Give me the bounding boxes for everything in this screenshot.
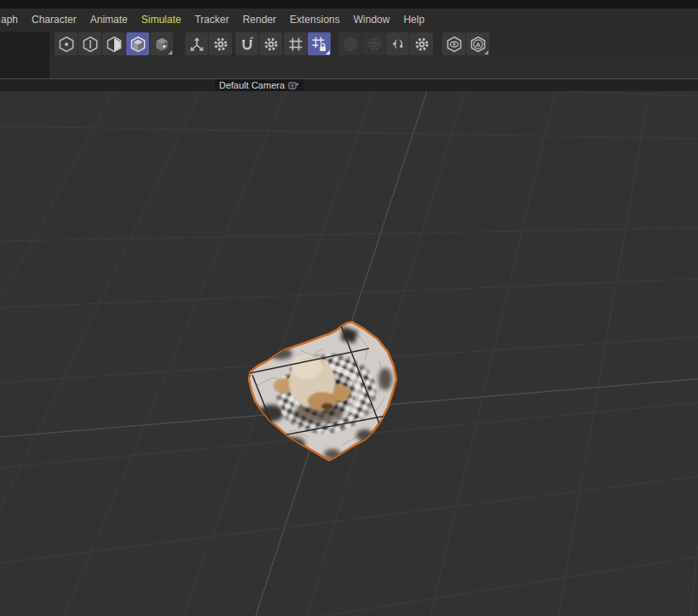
toolbar-empty-strip (0, 57, 698, 78)
polygons-mode-button[interactable] (102, 32, 125, 55)
menubar: aph Character Animate Simulate Tracker R… (0, 9, 698, 32)
symmetry-gear-icon (412, 35, 431, 54)
texture-mode-icon (153, 35, 171, 54)
menu-item-help[interactable]: Help (396, 9, 431, 32)
menu-item-animate[interactable]: Animate (84, 9, 135, 32)
svg-text:A: A (476, 41, 481, 49)
workplane-group (284, 32, 332, 55)
snap-settings-button[interactable] (259, 32, 282, 55)
symmetry-group (386, 32, 434, 55)
autokey-button[interactable]: A (466, 32, 489, 55)
points-mode-button[interactable] (55, 32, 78, 55)
target-circles-icon (341, 35, 360, 54)
cinema4d-window: aph Character Animate Simulate Tracker R… (0, 0, 698, 616)
scanned-object-mesh[interactable] (249, 322, 396, 460)
lock-workplane-button[interactable] (308, 32, 331, 55)
toolbar-left-edge (0, 32, 49, 57)
toolbar-empty-strip-left-edge (0, 57, 49, 78)
menu-item-character[interactable]: Character (25, 9, 84, 32)
menu-item-render[interactable]: Render (236, 9, 283, 32)
viewport-scene (0, 79, 698, 616)
edges-mode-button[interactable] (78, 32, 101, 55)
points-mode-icon (57, 35, 76, 54)
camera-label[interactable]: Default Camera (215, 79, 303, 91)
axis-settings-gear-icon (211, 35, 230, 54)
menu-item-tracker[interactable]: Tracker (187, 9, 235, 32)
window-titlebar (0, 0, 698, 9)
menu-item-simulate[interactable]: Simulate (135, 9, 188, 32)
axis-modification-button[interactable] (185, 32, 208, 55)
menu-item-mograph[interactable]: aph (0, 9, 25, 32)
symmetry-settings-button[interactable] (410, 32, 433, 55)
camera-label-text: Default Camera (219, 79, 285, 91)
target-group (338, 32, 386, 55)
polygons-mode-icon (105, 35, 124, 54)
symmetry-butterfly-icon (389, 35, 407, 54)
texture-mode-button[interactable] (150, 32, 173, 55)
axis-settings-button[interactable] (209, 32, 232, 55)
solo-mode-button[interactable] (442, 32, 465, 55)
viewport[interactable]: Default Camera (0, 78, 698, 616)
menu-item-window[interactable]: Window (347, 9, 397, 32)
target-button (338, 32, 361, 55)
axis-tools-group (185, 32, 233, 55)
mode-palette-group (55, 32, 174, 55)
menu-item-extensions[interactable]: Extensions (283, 9, 347, 32)
snap-group (235, 32, 283, 55)
edges-mode-icon (81, 35, 100, 54)
symmetry-button[interactable] (386, 32, 409, 55)
snap-toggle-button[interactable] (235, 32, 258, 55)
snap-magnet-icon (238, 35, 257, 54)
autokey-hexagon-icon: A (469, 35, 487, 54)
snap-settings-gear-icon (262, 35, 280, 54)
toolbar: A (0, 32, 698, 57)
view-toggle-group: A (442, 32, 490, 55)
viewport-title-strip: Default Camera (0, 79, 698, 91)
camera-swap-icon (288, 81, 299, 90)
workplane-button[interactable] (284, 32, 307, 55)
model-mode-button[interactable] (126, 32, 149, 55)
axis-modification-icon (187, 35, 206, 54)
workplane-grid-icon (286, 35, 305, 54)
target-gear-icon (365, 35, 384, 54)
target-settings-button (362, 32, 385, 55)
locked-workplane-icon (310, 35, 329, 54)
model-mode-icon (129, 35, 147, 54)
solo-eye-hexagon-icon (445, 35, 464, 54)
